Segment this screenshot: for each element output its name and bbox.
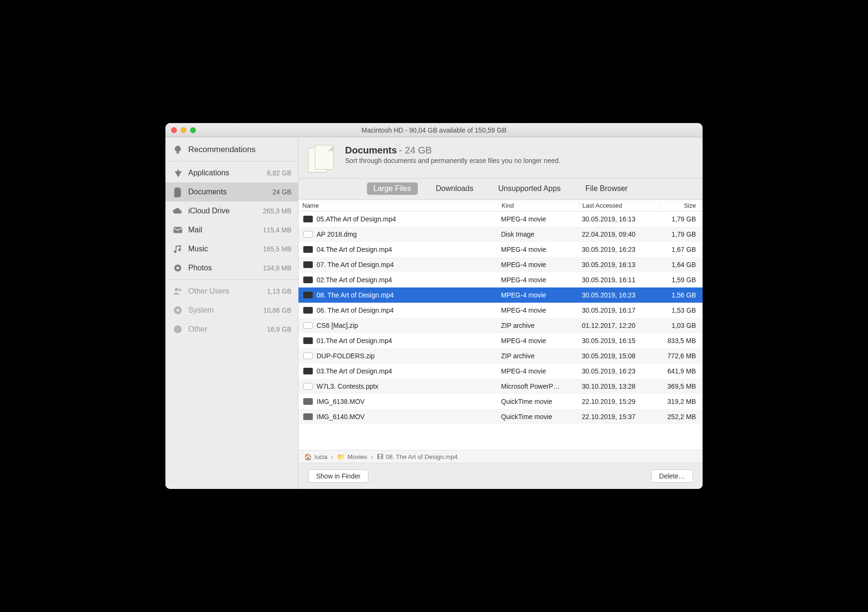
file-last-accessed: 30.05.2019, 16:13 <box>579 215 660 223</box>
file-type-icon <box>303 277 313 283</box>
table-row[interactable]: IMG_6138.MOVQuickTime movie22.10.2019, 1… <box>299 394 703 409</box>
file-size: 1,79 GB <box>660 215 703 223</box>
table-row[interactable]: 06. The Art of Design.mp4MPEG-4 movie30.… <box>299 303 703 318</box>
applications-icon <box>172 167 183 179</box>
table-header: Name Kind Last Accessed Size <box>299 200 703 211</box>
file-size: 1,03 GB <box>660 322 703 329</box>
table-row[interactable]: 05.AThe Art of Design.mp4MPEG-4 movie30.… <box>299 211 703 227</box>
file-type-icon <box>303 261 313 268</box>
sidebar-item-photos[interactable]: Photos 134,9 MB <box>165 258 298 277</box>
sidebar-item-other-users[interactable]: Other Users 1,13 GB <box>165 282 298 301</box>
sidebar-item-size: 185,5 MB <box>263 245 291 253</box>
file-type-icon <box>303 216 313 222</box>
column-header-size[interactable]: Size <box>660 202 703 209</box>
file-kind: Disk Image <box>498 230 579 238</box>
svg-rect-1 <box>176 152 179 154</box>
file-type-icon <box>303 231 313 238</box>
file-type-icon <box>303 398 313 405</box>
table-row[interactable]: W7L3. Contests.pptxMicrosoft PowerP…30.1… <box>299 379 703 394</box>
file-name: CS6 [Mac].zip <box>317 322 498 329</box>
sidebar-item-applications[interactable]: Applications 6,82 GB <box>165 163 298 182</box>
sidebar-item-size: 10,86 GB <box>263 306 291 314</box>
table-row[interactable]: 01.The Art of Design.mp4MPEG-4 movie30.0… <box>299 333 703 348</box>
table-row[interactable]: 07. The Art of Design.mp4MPEG-4 movie30.… <box>299 257 703 272</box>
file-type-icon <box>303 307 313 314</box>
table-row[interactable]: 02.The Art of Design.mp4MPEG-4 movie30.0… <box>299 272 703 287</box>
home-icon: 🏠 <box>304 453 312 460</box>
sidebar-item-label: System <box>188 306 263 315</box>
file-name: 01.The Art of Design.mp4 <box>317 337 498 344</box>
cloud-icon <box>172 205 183 217</box>
table-row[interactable]: 03.The Art of Design.mp4MPEG-4 movie30.0… <box>299 363 703 379</box>
file-name: 05.AThe Art of Design.mp4 <box>317 215 498 223</box>
sidebar-item-music[interactable]: Music 185,5 MB <box>165 239 298 258</box>
sidebar-item-recommendations[interactable]: Recommendations <box>165 140 298 159</box>
column-header-kind[interactable]: Kind <box>498 202 579 209</box>
column-header-name[interactable]: Name <box>299 202 498 209</box>
footer-bar: Show in Finder Delete… <box>299 463 703 489</box>
svg-point-0 <box>175 146 181 152</box>
tab-large-files[interactable]: Large Files <box>367 182 418 195</box>
category-title: Documents <box>345 145 397 155</box>
folder-icon: 📁 <box>337 453 345 460</box>
file-name: DUP-FOLDERS.zip <box>317 352 498 360</box>
file-kind: QuickTime movie <box>498 413 579 421</box>
svg-point-6 <box>179 289 182 292</box>
sidebar-item-icloud[interactable]: iCloud Drive 265,3 MB <box>165 201 298 220</box>
file-type-icon <box>303 353 313 359</box>
file-kind: MPEG-4 movie <box>498 215 579 223</box>
sidebar-item-label: iCloud Drive <box>188 207 263 215</box>
svg-point-9 <box>174 325 182 334</box>
file-name: W7L3. Contests.pptx <box>317 382 498 390</box>
file-size: 369,5 MB <box>660 382 703 390</box>
show-in-finder-button[interactable]: Show in Finder <box>308 469 368 483</box>
sidebar-item-size: 6,82 GB <box>267 169 291 177</box>
sidebar-separator <box>165 161 298 162</box>
file-kind: MPEG-4 movie <box>498 291 579 299</box>
file-size: 1,59 GB <box>660 276 703 284</box>
file-kind: MPEG-4 movie <box>498 306 579 314</box>
sidebar-item-documents[interactable]: Documents 24 GB <box>165 182 298 201</box>
path-segment[interactable]: lucia <box>315 453 328 460</box>
delete-button[interactable]: Delete… <box>651 469 693 483</box>
path-bar: 🏠 lucia 📁 Movies 🎞 08. The Art of Design… <box>299 450 703 463</box>
sidebar-item-size: 115,4 MB <box>263 226 291 234</box>
sidebar-item-system[interactable]: System 10,86 GB <box>165 301 298 320</box>
svg-point-5 <box>175 288 178 291</box>
table-row[interactable]: AP 2018.dmgDisk Image22.04.2019, 09:401,… <box>299 227 703 242</box>
main-panel: Documents - 24 GB Sort through documents… <box>299 137 703 489</box>
sidebar-item-other[interactable]: Other 16,9 GB <box>165 320 298 339</box>
table-row[interactable]: 08. The Art of Design.mp4MPEG-4 movie30.… <box>299 287 703 303</box>
mail-icon <box>172 224 183 236</box>
file-size: 1,53 GB <box>660 306 703 314</box>
chevron-right-icon <box>330 453 334 460</box>
table-row[interactable]: 04.The Art of Design.mp4MPEG-4 movie30.0… <box>299 242 703 257</box>
table-row[interactable]: IMG_6140.MOVQuickTime movie22.10.2019, 1… <box>299 409 703 424</box>
tab-downloads[interactable]: Downloads <box>429 182 480 195</box>
path-segment[interactable]: Movies <box>347 453 367 460</box>
file-last-accessed: 01.12.2017, 12:20 <box>579 322 660 329</box>
sidebar-item-size: 1,13 GB <box>267 287 291 295</box>
file-name: 08. The Art of Design.mp4 <box>317 291 498 299</box>
file-kind: MPEG-4 movie <box>498 261 579 268</box>
file-last-accessed: 30.05.2019, 16:13 <box>579 261 660 268</box>
system-icon <box>172 305 183 316</box>
titlebar: Macintosh HD - 90,04 GB available of 150… <box>165 123 703 137</box>
tab-unsupported-apps[interactable]: Unsupported Apps <box>492 182 568 195</box>
sidebar-item-label: Other <box>188 325 267 334</box>
sidebar-item-mail[interactable]: Mail 115,4 MB <box>165 220 298 239</box>
file-type-icon <box>303 292 313 298</box>
category-size: - 24 GB <box>399 145 432 155</box>
documents-large-icon <box>308 145 337 173</box>
column-header-last-accessed[interactable]: Last Accessed <box>579 202 660 209</box>
file-size: 1,64 GB <box>660 261 703 268</box>
table-row[interactable]: CS6 [Mac].zipZIP archive01.12.2017, 12:2… <box>299 318 703 333</box>
table-row[interactable]: DUP-FOLDERS.zipZIP archive30.05.2019, 15… <box>299 348 703 363</box>
tab-file-browser[interactable]: File Browser <box>579 182 635 195</box>
sidebar-item-size: 134,9 MB <box>263 264 291 272</box>
file-kind: MPEG-4 movie <box>498 337 579 344</box>
path-segment[interactable]: 08. The Art of Design.mp4 <box>386 453 458 460</box>
file-last-accessed: 30.05.2019, 16:11 <box>579 276 660 284</box>
lightbulb-icon <box>172 144 183 155</box>
svg-point-8 <box>176 309 179 312</box>
